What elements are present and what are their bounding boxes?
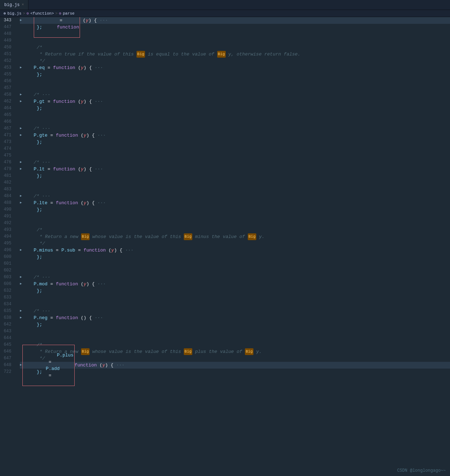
code-line-493: /* xyxy=(20,227,450,233)
big-badge-646b: Big xyxy=(184,348,192,355)
line-num-450: 450 xyxy=(0,44,15,51)
code-line-479: ▶ P.lt = function ( y ) { ··· xyxy=(20,166,450,173)
code-line-632: }; xyxy=(20,287,450,294)
line-num-494: 494 xyxy=(0,233,15,240)
code-line-491 xyxy=(20,213,450,220)
chevron-606: ▶ xyxy=(20,281,22,287)
breadcrumb-symbol1: <function> xyxy=(30,11,54,16)
editor-tab[interactable]: big.js × xyxy=(0,0,28,10)
big-badge-646a: Big xyxy=(81,348,90,355)
code-line-600: }; xyxy=(20,254,450,260)
breadcrumb-file: ⊕ xyxy=(4,11,6,16)
line-num-343: 343 xyxy=(0,17,15,24)
big-badge-494c: Big xyxy=(248,233,256,240)
line-num-474: 474 xyxy=(0,146,15,152)
code-line-492 xyxy=(20,220,450,227)
chevron-458: ▶ xyxy=(20,91,22,98)
line-num-603: 603 xyxy=(0,274,15,281)
line-num-490: 490 xyxy=(0,206,15,213)
line-num-483: 483 xyxy=(0,186,15,193)
line-num-495: 495 xyxy=(0,240,15,247)
code-line-722: }; xyxy=(20,369,450,375)
line-num-643: 643 xyxy=(0,328,15,335)
tab-filename: big.js xyxy=(4,2,20,7)
line-num-635: 635 xyxy=(0,308,15,314)
code-line-601 xyxy=(20,260,450,267)
code-line-647: */ xyxy=(20,355,450,362)
line-numbers: 343 447 448 449 450 451 452 453 455 456 … xyxy=(0,17,18,473)
code-line-450: /* xyxy=(20,44,450,51)
code-line-451: * Return true if the value of this Big i… xyxy=(20,51,450,58)
line-num-466: 466 xyxy=(0,118,15,125)
code-line-488: ▶ P.lte = function ( y ) { ··· xyxy=(20,200,450,206)
line-num-453: 453 xyxy=(0,64,15,71)
code-line-452: */ xyxy=(20,58,450,64)
line-num-722: 722 xyxy=(0,369,15,375)
code-line-457 xyxy=(20,85,450,91)
breadcrumb-symbol2: parse xyxy=(63,11,75,16)
line-num-634: 634 xyxy=(0,301,15,308)
code-line-462: ▶ P.gt = function ( y ) { ··· xyxy=(20,98,450,105)
line-num-456: 456 xyxy=(0,78,15,85)
line-num-448: 448 xyxy=(0,31,15,37)
line-num-452: 452 xyxy=(0,58,15,64)
line-num-462: 462 xyxy=(0,98,15,105)
line-num-488: 488 xyxy=(0,200,15,206)
line-num-645: 645 xyxy=(0,342,15,348)
line-num-493: 493 xyxy=(0,227,15,233)
code-line-476: ▶ /* ··· xyxy=(20,159,450,166)
line-num-644: 644 xyxy=(0,335,15,342)
line-num-467: 467 xyxy=(0,125,15,132)
chevron-467: ▶ xyxy=(20,125,22,132)
code-line-646: * Return a new Big whose value is the va… xyxy=(20,348,450,355)
line-num-491: 491 xyxy=(0,213,15,220)
line-num-648: 648 xyxy=(0,362,15,369)
line-num-492: 492 xyxy=(0,220,15,227)
line-num-601: 601 xyxy=(0,260,15,267)
code-line-648: ▶ P.plus = P.add = function ( y ) { ··· xyxy=(20,362,450,369)
chevron-479: ▶ xyxy=(20,166,22,173)
code-line-467: ▶ /* ··· xyxy=(20,125,450,132)
code-line-496: ▶ P.minus = P.sub = function ( y ) { ··· xyxy=(20,247,450,254)
code-content: ▶ P.div = function ( y ) { ··· }; xyxy=(18,17,450,473)
line-num-471: 471 xyxy=(0,132,15,139)
tab-close-button[interactable]: × xyxy=(22,3,24,7)
line-num-632: 632 xyxy=(0,287,15,294)
line-num-600: 600 xyxy=(0,254,15,260)
big-badge-451b: Big xyxy=(217,51,226,58)
line-num-457: 457 xyxy=(0,85,15,91)
line-num-476: 476 xyxy=(0,159,15,166)
chevron-488: ▶ xyxy=(20,200,22,206)
line-num-482: 482 xyxy=(0,179,15,186)
big-badge-451a: Big xyxy=(136,51,145,58)
code-line-475 xyxy=(20,152,450,159)
breadcrumb-filename: big.js xyxy=(7,11,22,16)
line-num-455: 455 xyxy=(0,71,15,78)
code-area: 343 447 448 449 450 451 452 453 455 456 … xyxy=(0,17,450,473)
chevron-603: ▶ xyxy=(20,274,22,281)
code-line-474 xyxy=(20,146,450,152)
chevron-496: ▶ xyxy=(20,247,22,254)
code-line-343: ▶ P.div = function ( y ) { ··· xyxy=(20,17,450,24)
code-line-603: ▶ /* ··· xyxy=(20,274,450,281)
chevron-476: ▶ xyxy=(20,159,22,166)
code-line-494: * Return a new Big whose value is the va… xyxy=(20,233,450,240)
line-num-464: 464 xyxy=(0,105,15,112)
chevron-343: ▶ xyxy=(20,17,22,24)
code-line-643 xyxy=(20,328,450,335)
highlight-box-648: P.plus = P.add = xyxy=(22,345,74,386)
code-line-633 xyxy=(20,294,450,301)
line-num-484: 484 xyxy=(0,193,15,200)
code-line-456 xyxy=(20,78,450,85)
big-badge-646c: Big xyxy=(245,348,253,355)
line-num-633: 633 xyxy=(0,294,15,301)
line-num-606: 606 xyxy=(0,281,15,287)
code-line-464: }; xyxy=(20,105,450,112)
breadcrumb: ⊕ big.js > ⊙ <function> > ⊙ parse xyxy=(0,10,450,17)
breadcrumb-symbol1-icon: ⊙ xyxy=(27,11,29,16)
big-badge-494a: Big xyxy=(81,233,90,240)
code-line-495: */ xyxy=(20,240,450,247)
code-line-465 xyxy=(20,112,450,118)
code-line-455: }; xyxy=(20,71,450,78)
code-line-490: }; xyxy=(20,206,450,213)
